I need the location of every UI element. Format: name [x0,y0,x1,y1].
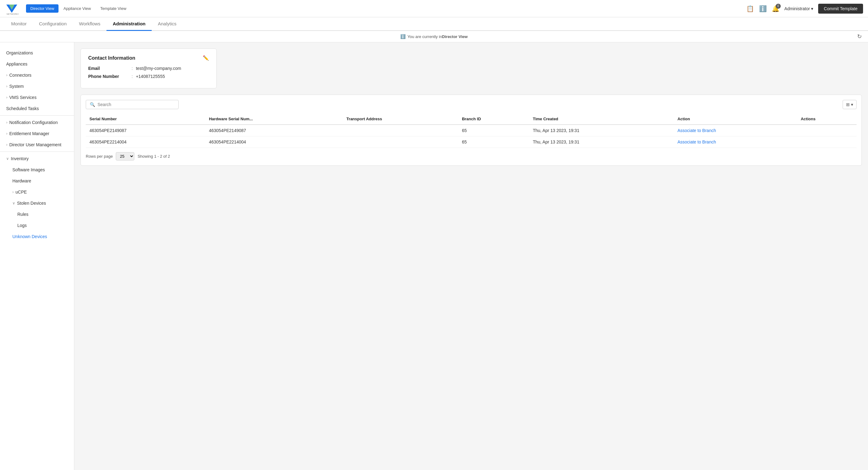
table-card: 🔍 ⊞ ▾ Serial Number Hardware Serial Num.… [81,95,862,166]
associate-branch-link-2[interactable]: Associate to Branch [677,139,716,144]
sidebar-item-organizations[interactable]: Organizations [0,47,74,59]
nav-configuration[interactable]: Configuration [33,17,73,31]
info-view-bold: Director View [442,34,468,39]
notification-icon[interactable]: 🔔 0 [772,5,779,12]
col-header-transport-address: Transport Address [343,113,458,125]
col-header-time-created: Time Created [529,113,674,125]
chevron-right-icon: › [6,84,7,89]
table-row: 463054PE2149087 463054PE2149087 65 Thu, … [86,125,857,136]
cell-action-1[interactable]: Associate to Branch [674,125,797,136]
rows-per-page-label: Rows per page [86,154,113,159]
info-icon[interactable]: ℹ️ [759,5,767,12]
cell-branch-id-2: 65 [458,136,529,148]
admin-label: Administrator [784,6,810,11]
sidebar-item-ucpe[interactable]: › uCPE [0,187,74,198]
sidebar: Organizations Appliances › Connectors › … [0,42,74,470]
table-toolbar: 🔍 ⊞ ▾ [86,100,857,109]
sidebar-item-unknown-devices[interactable]: Unknown Devices [0,231,74,242]
col-header-branch-id: Branch ID [458,113,529,125]
chevron-right-icon: › [6,120,7,125]
contact-card-title: Contact Information [88,55,135,61]
email-separator: : [131,66,133,71]
notification-badge: 0 [776,4,781,9]
svg-text:NETWORKS: NETWORKS [6,13,19,15]
content-area: Contact Information ✏️ Email : test@my-c… [74,42,868,470]
cell-actions-2 [797,136,857,148]
phone-separator: : [131,74,133,79]
admin-dropdown[interactable]: Administrator ▾ [784,6,813,11]
sidebar-item-entitlement-manager[interactable]: › Entitlement Manager [0,128,74,139]
sidebar-item-software-images[interactable]: Software Images [0,164,74,175]
template-view-tab[interactable]: Template View [96,4,131,13]
edit-icon[interactable]: ✏️ [203,55,209,61]
chevron-right-icon: › [6,73,7,77]
phone-value: +14087125555 [136,74,165,79]
sidebar-item-vms-services[interactable]: › VMS Services [0,92,74,103]
search-input[interactable] [97,102,175,107]
sidebar-item-scheduled-tasks[interactable]: Scheduled Tasks [0,103,74,114]
chevron-down-icon: ▾ [811,6,813,11]
cell-action-2[interactable]: Associate to Branch [674,136,797,148]
cell-transport-address-1 [343,125,458,136]
sidebar-item-connectors[interactable]: › Connectors [0,70,74,81]
nav-administration[interactable]: Administration [106,17,152,31]
chevron-right-icon: › [6,131,7,136]
view-tabs: Director View Appliance View Template Vi… [26,4,131,13]
email-value: test@my-company.com [136,66,181,71]
phone-row: Phone Number : +14087125555 [88,74,209,79]
cell-branch-id-1: 65 [458,125,529,136]
clipboard-icon[interactable]: 📋 [746,5,754,12]
associate-branch-link-1[interactable]: Associate to Branch [677,128,716,133]
table-row: 463054PE2214004 463054PE2214004 65 Thu, … [86,136,857,148]
col-header-hardware-serial: Hardware Serial Num... [205,113,343,125]
cell-hardware-serial-1: 463054PE2149087 [205,125,343,136]
sidebar-item-notification-config[interactable]: › Notification Configuration [0,117,74,128]
commit-template-button[interactable]: Commit Template [818,4,863,13]
sidebar-item-director-user-management[interactable]: › Director User Management [0,139,74,150]
sidebar-item-appliances[interactable]: Appliances [0,59,74,70]
columns-toggle-button[interactable]: ⊞ ▾ [843,100,857,109]
chevron-right-icon: › [12,190,13,194]
chevron-down-icon: ∨ [6,157,9,161]
cell-serial-number-1: 463054PE2149087 [86,125,205,136]
nav-workflows[interactable]: Workflows [73,17,106,31]
phone-label: Phone Number [88,74,131,79]
devices-table: Serial Number Hardware Serial Num... Tra… [86,113,857,148]
sidebar-item-rules[interactable]: Rules [0,209,74,220]
columns-chevron-icon: ▾ [851,102,853,107]
cell-time-created-2: Thu, Apr 13 2023, 19:31 [529,136,674,148]
cell-actions-1 [797,125,857,136]
nav-bar: Monitor Configuration Workflows Administ… [0,17,868,31]
rows-per-page-select[interactable]: 10 25 50 100 [116,152,134,161]
sidebar-item-system[interactable]: › System [0,81,74,92]
sidebar-item-inventory[interactable]: ∨ Inventory [0,153,74,164]
sidebar-item-stolen-devices[interactable]: ∨ Stolen Devices [0,198,74,209]
cell-transport-address-2 [343,136,458,148]
cell-serial-number-2: 463054PE2214004 [86,136,205,148]
nav-analytics[interactable]: Analytics [152,17,183,31]
sidebar-item-logs[interactable]: Logs [0,220,74,231]
col-header-actions: Actions [797,113,857,125]
email-label: Email [88,66,131,71]
chevron-right-icon: › [6,142,7,147]
header: NETWORKS Director View Appliance View Te… [0,0,868,17]
sidebar-item-hardware[interactable]: Hardware [0,175,74,187]
col-header-action: Action [674,113,797,125]
cell-hardware-serial-2: 463054PE2214004 [205,136,343,148]
director-view-tab[interactable]: Director View [26,4,59,13]
refresh-icon[interactable]: ↻ [857,33,862,40]
table-header-row: Serial Number Hardware Serial Num... Tra… [86,113,857,125]
chevron-down-icon: ∨ [12,201,15,205]
chevron-right-icon: › [6,95,7,100]
search-input-wrap[interactable]: 🔍 [86,100,179,109]
header-right: 📋 ℹ️ 🔔 0 Administrator ▾ Commit Template [746,4,863,13]
info-bar: ℹ️ You are currently in Director View ↻ [0,31,868,42]
info-icon-small: ℹ️ [400,34,405,39]
col-header-serial-number: Serial Number [86,113,205,125]
search-icon: 🔍 [90,102,95,107]
showing-text: Showing 1 - 2 of 2 [137,154,170,159]
email-row: Email : test@my-company.com [88,66,209,71]
info-message: You are currently in [407,34,442,39]
nav-monitor[interactable]: Monitor [5,17,33,31]
appliance-view-tab[interactable]: Appliance View [59,4,95,13]
